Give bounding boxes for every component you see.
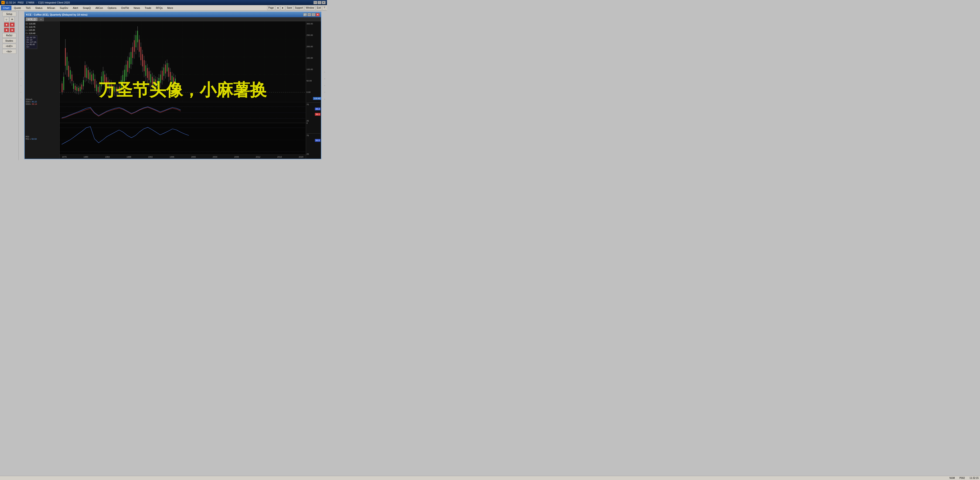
stoch-axis-inner: 75 45.2 36.1 25 0 bbox=[307, 103, 320, 124]
sb-open: 10 bbox=[30, 39, 32, 41]
next-page-button[interactable]: ► bbox=[280, 6, 285, 10]
sidebar-icon-row-2: ✚ ✚ bbox=[4, 22, 15, 27]
menu-quote[interactable]: Quote bbox=[12, 6, 23, 10]
year-1996: 1996 bbox=[170, 156, 174, 158]
menu-bar: Chart Quote T&S Status MScan SupSrv Aler… bbox=[0, 5, 327, 11]
year-2004: 2004 bbox=[213, 156, 217, 158]
sidebar-icon-row-3: ✚ ✚ bbox=[4, 28, 15, 32]
chart-canvas[interactable]: 万圣节头像，小麻薯换 bbox=[60, 21, 306, 159]
nav-dot-left-1[interactable]: • bbox=[21, 71, 21, 73]
stoch-label: SStoch SSK= 45.22 SSD= 36.14 bbox=[25, 98, 37, 105]
nav-dot-right-2[interactable]: + bbox=[324, 78, 325, 80]
menu-supsrv[interactable]: SupSrv bbox=[58, 6, 70, 10]
year-1980: 1980 bbox=[83, 156, 88, 158]
stoch-axis: 75 45.2 36.1 25 0 bbox=[307, 102, 320, 124]
prev-page-button[interactable]: ◄ bbox=[275, 6, 280, 10]
menu-rfqs[interactable]: RFQs bbox=[154, 6, 165, 10]
chart-left-info: O= 115.65 H= 119.75 L= 115.65 C= 119.40 … bbox=[25, 21, 60, 159]
nav-dot-left-5[interactable]: • bbox=[21, 98, 21, 100]
chart-search-btn[interactable]: 🔍 bbox=[303, 13, 307, 16]
studies-button[interactable]: Studies bbox=[2, 38, 16, 43]
chart-title: KCE - Coffee (ICE), Quarterly (Delayed b… bbox=[26, 13, 303, 16]
menu-chart[interactable]: Chart bbox=[1, 6, 11, 10]
title-time: 11:32:14 bbox=[6, 1, 16, 4]
price-0: 0.00 bbox=[307, 91, 320, 93]
stoch-75: 75 bbox=[307, 103, 309, 106]
right-nav-col: • + • + • bbox=[322, 11, 327, 160]
nav-dot-right-3[interactable]: • bbox=[325, 84, 325, 87]
menu-mscan[interactable]: MScan bbox=[45, 6, 57, 10]
year-1992: 1992 bbox=[148, 156, 153, 158]
open-value: 115.65 bbox=[29, 22, 36, 25]
save-button[interactable]: Save bbox=[286, 6, 293, 10]
chart-content: O= 115.65 H= 119.75 L= 115.65 C= 119.40 … bbox=[25, 21, 321, 159]
title-appname: CQG Integrated Client 2020 bbox=[38, 1, 70, 4]
stoch-0: 0 bbox=[307, 122, 308, 124]
year-2020: 2020 bbox=[299, 156, 304, 158]
rescl-button[interactable]: ReScl bbox=[2, 33, 16, 38]
mail-icon-btn[interactable]: ✉ bbox=[10, 17, 15, 22]
smiley-icon-btn[interactable]: ☺ bbox=[4, 17, 9, 22]
nav-dot-right-1[interactable]: • bbox=[325, 71, 325, 73]
nav-dot-right-5[interactable]: • bbox=[325, 98, 325, 100]
chart-close-btn[interactable]: ✕ bbox=[316, 13, 320, 16]
chart-tab-add[interactable]: + bbox=[38, 17, 44, 21]
title-text: 11:32:14 P002 174856 - CQG Integrated Cl… bbox=[6, 1, 313, 4]
window-controls: — □ ✕ bbox=[313, 1, 326, 4]
sb-high: 127.25 bbox=[30, 41, 36, 43]
left-sidebar: Setup ☺ ✉ ✚ ✚ ✚ ✚ ReScl Studies <IntD> <… bbox=[0, 11, 19, 160]
close-button[interactable]: ✕ bbox=[322, 1, 326, 4]
menu-status[interactable]: Status bbox=[33, 6, 45, 10]
menu-ts[interactable]: T&S bbox=[24, 6, 33, 10]
main-layout: Setup ☺ ✉ ✚ ✚ ✚ ✚ ReScl Studies <IntD> <… bbox=[0, 11, 327, 160]
nav-dot-right-4[interactable]: + bbox=[324, 91, 325, 93]
list-button[interactable]: <list> bbox=[2, 49, 16, 54]
exit-button[interactable]: Exit bbox=[316, 6, 322, 10]
close-value: 119.40 bbox=[29, 32, 35, 35]
sb-low: 95.45 bbox=[30, 43, 35, 46]
chart-area: KCE - Coffee (ICE), Quarterly (Delayed b… bbox=[23, 11, 322, 160]
current-price-badge: 119.40 bbox=[313, 97, 321, 100]
ssk-value: 45.22 bbox=[32, 100, 37, 103]
menu-trade[interactable]: Trade bbox=[143, 6, 153, 10]
year-1984: 1984 bbox=[105, 156, 110, 158]
price-100: 100.00 bbox=[307, 68, 320, 70]
nav-dot-left-4[interactable]: + bbox=[21, 91, 22, 93]
price-300: 300.00 bbox=[307, 22, 320, 25]
minimize-button[interactable]: — bbox=[313, 1, 317, 4]
chart-tab-kceq[interactable]: KCE_Q bbox=[25, 17, 38, 21]
menu-options[interactable]: Options bbox=[105, 6, 119, 10]
price-axis-labels: 300.00 250.00 200.00 150.00 119.40 100.0… bbox=[306, 21, 321, 159]
rsi-25: 25 bbox=[307, 153, 309, 155]
intd-button[interactable]: <IntD> bbox=[2, 44, 16, 48]
support-button[interactable]: Support bbox=[294, 6, 304, 10]
year-2008: 2008 bbox=[234, 156, 239, 158]
window-button[interactable]: Window bbox=[305, 6, 315, 10]
svg-rect-163 bbox=[60, 102, 306, 123]
price-150: 150.00 bbox=[307, 57, 320, 59]
nav-dot-left-2[interactable]: + bbox=[21, 78, 22, 80]
chart-window: KCE - Coffee (ICE), Quarterly (Delayed b… bbox=[24, 12, 321, 159]
red-plus-btn-3[interactable]: ✚ bbox=[4, 28, 9, 32]
chart-maximize-btn[interactable]: □ bbox=[312, 13, 315, 16]
help-button[interactable]: ? bbox=[322, 6, 326, 10]
menu-allcon[interactable]: AllCon bbox=[93, 6, 105, 10]
menu-alert[interactable]: Alert bbox=[71, 6, 80, 10]
app-icon: C bbox=[2, 1, 5, 4]
year-2000: 2000 bbox=[191, 156, 196, 158]
red-plus-btn-4[interactable]: ✚ bbox=[10, 28, 15, 32]
ssd-value: 36.14 bbox=[32, 103, 37, 105]
maximize-button[interactable]: □ bbox=[318, 1, 321, 4]
menu-news[interactable]: News bbox=[132, 6, 142, 10]
rsi-value: 50.50 bbox=[32, 138, 37, 140]
red-plus-btn-1[interactable]: ✚ bbox=[4, 22, 9, 27]
menu-more[interactable]: More bbox=[165, 6, 175, 10]
menu-snapq[interactable]: SnapQ bbox=[81, 6, 93, 10]
nav-dot-left-3[interactable]: • bbox=[21, 84, 21, 87]
rsi-axis-inner: 75 50.5 25 bbox=[307, 134, 320, 157]
setup-button[interactable]: Setup bbox=[2, 12, 16, 16]
menu-ordtkt[interactable]: OrdTkt bbox=[119, 6, 131, 10]
red-plus-btn-2[interactable]: ✚ bbox=[10, 22, 15, 27]
page-button[interactable]: Page bbox=[267, 6, 275, 10]
chart-minimize-btn[interactable]: — bbox=[307, 13, 311, 16]
